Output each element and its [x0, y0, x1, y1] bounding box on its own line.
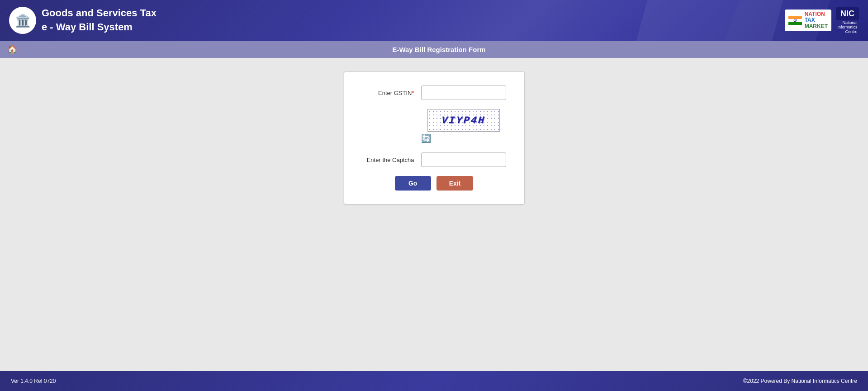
- header-title: Goods and Services Tax e - Way Bill Syst…: [42, 6, 157, 34]
- page-title: E-Way Bill Registration Form: [17, 46, 861, 53]
- svg-rect-2: [788, 22, 802, 25]
- registration-form-card: Enter GSTIN* VIYP4H 🔄 Enter the Captcha …: [344, 72, 525, 205]
- go-button[interactable]: Go: [395, 176, 431, 191]
- home-button[interactable]: 🏠: [7, 44, 17, 54]
- main-content: Enter GSTIN* VIYP4H 🔄 Enter the Captcha …: [0, 58, 868, 371]
- india-flag-icon: [788, 16, 802, 25]
- captcha-input-row: Enter the Captcha: [362, 153, 506, 167]
- header-right: NATION TAX MARKET NIC NationalInformatic…: [785, 7, 859, 34]
- svg-point-4: [795, 20, 796, 21]
- gstin-row: Enter GSTIN*: [362, 86, 506, 100]
- gstin-label: Enter GSTIN*: [362, 90, 421, 96]
- page-footer: Ver 1.4.0 Rel 0720 ©2022 Powered By Nati…: [0, 371, 868, 391]
- version-text: Ver 1.4.0 Rel 0720: [11, 378, 56, 384]
- captcha-section: VIYP4H 🔄: [362, 109, 506, 143]
- govt-emblem: 🏛️: [9, 7, 36, 34]
- exit-button[interactable]: Exit: [436, 176, 474, 191]
- nic-sublabel: NationalInformaticsCentre: [837, 20, 857, 34]
- captcha-label: Enter the Captcha: [362, 157, 421, 163]
- nic-badge: NIC: [836, 7, 859, 20]
- form-buttons: Go Exit: [362, 176, 506, 191]
- captcha-input[interactable]: [421, 153, 506, 167]
- header-left: 🏛️ Goods and Services Tax e - Way Bill S…: [9, 6, 157, 34]
- captcha-display-text: VIYP4H: [441, 115, 486, 126]
- svg-rect-0: [788, 16, 802, 19]
- nation-tax-badge: NATION TAX MARKET: [785, 10, 831, 31]
- header-title-line2: e - Way Bill System: [42, 20, 157, 34]
- nic-container: NIC NationalInformaticsCentre: [836, 7, 859, 34]
- required-mark: *: [412, 90, 414, 96]
- navbar: 🏠 E-Way Bill Registration Form: [0, 41, 868, 58]
- captcha-refresh-button[interactable]: 🔄: [421, 134, 431, 143]
- page-header: 🏛️ Goods and Services Tax e - Way Bill S…: [0, 0, 868, 41]
- nation-tax-text: NATION TAX MARKET: [805, 11, 828, 29]
- captcha-image: VIYP4H: [427, 109, 500, 132]
- copyright-text: ©2022 Powered By National Informatics Ce…: [743, 378, 857, 384]
- emblem-icon: 🏛️: [15, 13, 31, 28]
- header-title-line1: Goods and Services Tax: [42, 6, 157, 20]
- gstin-input[interactable]: [421, 86, 506, 100]
